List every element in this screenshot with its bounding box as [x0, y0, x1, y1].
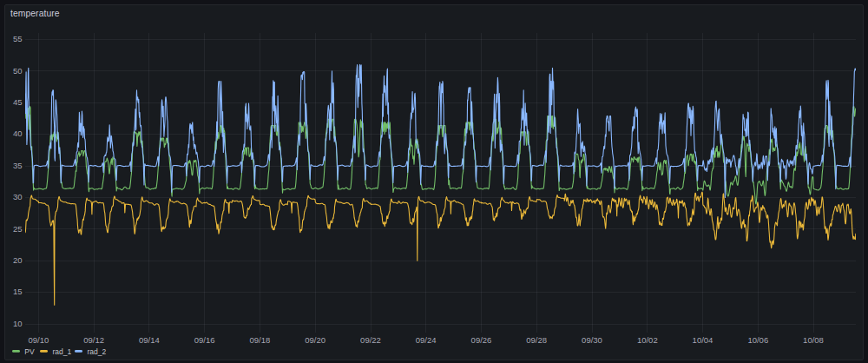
svg-text:20: 20 [13, 255, 23, 265]
svg-text:10/08: 10/08 [803, 335, 824, 345]
svg-text:rad_2: rad_2 [87, 347, 106, 356]
svg-text:45: 45 [13, 97, 23, 107]
svg-text:09/24: 09/24 [416, 335, 437, 345]
svg-text:09/18: 09/18 [250, 335, 271, 345]
svg-text:09/14: 09/14 [139, 335, 160, 345]
svg-text:50: 50 [13, 66, 23, 76]
svg-text:35: 35 [13, 161, 23, 170]
svg-text:PV: PV [24, 347, 35, 356]
svg-text:30: 30 [13, 192, 23, 201]
svg-text:55: 55 [13, 34, 23, 43]
svg-text:09/16: 09/16 [194, 335, 215, 345]
svg-text:10/02: 10/02 [637, 335, 658, 345]
svg-text:09/28: 09/28 [526, 335, 547, 345]
svg-text:40: 40 [13, 129, 23, 138]
svg-text:09/20: 09/20 [305, 335, 326, 345]
svg-text:rad_1: rad_1 [53, 347, 72, 356]
svg-text:10/06: 10/06 [747, 335, 768, 345]
svg-text:09/22: 09/22 [360, 335, 381, 345]
svg-text:09/10: 09/10 [29, 335, 49, 345]
svg-text:09/30: 09/30 [582, 335, 602, 345]
svg-text:09/12: 09/12 [83, 335, 104, 345]
svg-text:15: 15 [13, 287, 23, 296]
svg-text:25: 25 [13, 224, 23, 234]
svg-text:10: 10 [13, 319, 23, 328]
svg-text:09/26: 09/26 [471, 335, 492, 345]
svg-text:10/04: 10/04 [693, 335, 713, 345]
